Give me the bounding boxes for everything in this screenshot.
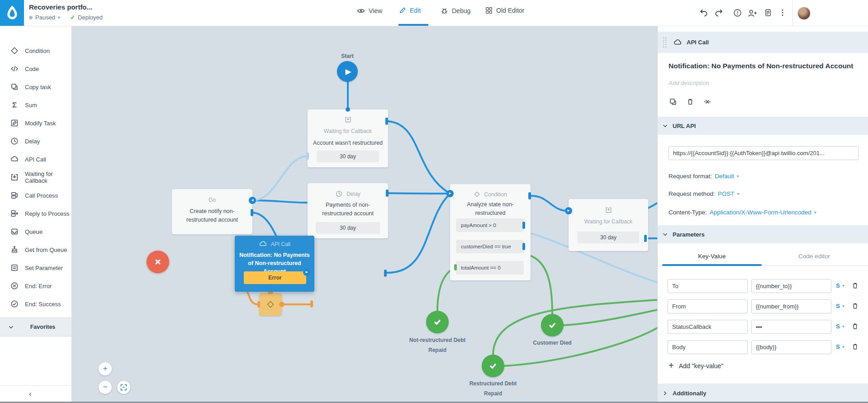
node-end-success-restructured[interactable] (482, 355, 504, 377)
timer-button[interactable]: 30 day (317, 151, 379, 162)
delete-param-icon[interactable] (851, 342, 859, 351)
node-delay[interactable]: Delay Payments of non-restructured accou… (308, 183, 388, 238)
param-type-select[interactable]: S (836, 282, 840, 289)
fit-screen-button[interactable] (117, 381, 130, 394)
param-value-input[interactable] (751, 299, 831, 313)
delete-param-icon[interactable] (851, 322, 859, 331)
port-out-right[interactable] (644, 235, 647, 242)
param-type-select[interactable]: S (836, 303, 840, 309)
param-value-input[interactable] (751, 340, 831, 354)
add-user-icon[interactable] (747, 8, 757, 18)
tab-old-editor[interactable]: Old Editor (485, 6, 524, 14)
favorites-section[interactable]: Favorites (0, 318, 71, 337)
tab-key-value[interactable]: Key-Value (662, 253, 762, 260)
port-out-right[interactable] (384, 270, 387, 277)
port-in-left[interactable] (257, 301, 260, 308)
port-rule3-out[interactable] (454, 264, 457, 270)
drag-handle-icon[interactable] (662, 36, 669, 49)
port-in-top[interactable] (346, 107, 350, 112)
sidebar-item-condition[interactable]: Condition (0, 43, 71, 58)
sidebar-item-code[interactable]: Code (0, 62, 71, 76)
port-out-right[interactable] (251, 209, 253, 216)
section-additionally[interactable]: Additionally (658, 384, 868, 403)
sidebar-item-get-from-queue[interactable]: Get from Queue (0, 242, 71, 257)
zoom-out-button[interactable]: − (99, 381, 112, 394)
port-junction[interactable]: ◄ (249, 197, 256, 204)
notes-icon[interactable] (764, 8, 773, 18)
condition-rule-3[interactable]: totalAmount == 0 (456, 261, 524, 275)
chevron-down-icon[interactable]: ▾ (842, 344, 844, 349)
sidebar-item-api-call[interactable]: API Call (0, 152, 71, 166)
zoom-in-button[interactable]: + (99, 362, 112, 375)
node-end-success-not-restructured[interactable] (426, 311, 449, 333)
chevron-down-icon[interactable]: ▾ (737, 174, 739, 179)
add-key-value-button[interactable]: + Add "key-value" (669, 360, 723, 371)
param-key-input[interactable] (668, 320, 748, 334)
section-parameters[interactable]: Parameters (658, 225, 868, 243)
port-out-right[interactable] (385, 118, 388, 125)
sidebar-item-delay[interactable]: Delay (0, 134, 71, 148)
param-key-input[interactable] (668, 279, 748, 293)
redo-icon[interactable] (714, 8, 724, 18)
url-api-input[interactable] (669, 146, 859, 160)
panel-node-title[interactable]: Notification: No Payments of Non-restruc… (669, 62, 863, 70)
description-placeholder[interactable]: Add description (669, 80, 709, 86)
request-method-select[interactable]: POST (718, 190, 735, 197)
condition-rule-1[interactable]: payAmount > 0 (456, 218, 524, 232)
port-in-left[interactable]: ► (303, 269, 310, 276)
delete-node-icon[interactable] (686, 97, 695, 106)
chevron-down-icon[interactable]: ▾ (842, 303, 844, 308)
node-waiting-for-callback-2[interactable]: Waiting for Callback 30 day (569, 199, 648, 251)
chevron-down-icon[interactable]: ▾ (842, 283, 844, 288)
sidebar-item-end-error[interactable]: End: Error (0, 279, 71, 293)
panel-header[interactable]: API Call (658, 32, 868, 53)
app-logo[interactable] (0, 0, 24, 26)
chevron-down-icon[interactable]: ▾ (58, 15, 60, 20)
section-url-api[interactable]: URL API (658, 117, 868, 135)
sidebar-item-call-process[interactable]: Call Process (0, 188, 71, 203)
request-format-select[interactable]: Default (715, 173, 734, 180)
param-type-select[interactable]: S (836, 343, 840, 350)
undo-icon[interactable] (699, 8, 709, 18)
port-rule2-out[interactable] (522, 243, 525, 250)
node-condition-mini[interactable] (259, 293, 282, 316)
sidebar-item-copy-task[interactable]: Copy task (0, 80, 71, 94)
delete-param-icon[interactable] (851, 281, 859, 290)
param-key-input[interactable] (668, 299, 748, 313)
delete-param-icon[interactable] (851, 302, 859, 310)
port-rule1-out[interactable] (522, 222, 525, 229)
sidebar-item-set-parameter[interactable]: Set Parameter (0, 261, 71, 275)
sidebar-item-queue[interactable]: Queue (0, 224, 71, 239)
kebab-icon[interactable] (778, 8, 788, 18)
param-value-input[interactable] (751, 320, 831, 334)
chevron-down-icon[interactable]: ▾ (814, 210, 816, 215)
cut-node-icon[interactable] (703, 97, 712, 106)
node-end-error[interactable] (147, 251, 169, 273)
port-in-left[interactable]: ► (446, 190, 454, 197)
sidebar-item-reply-process[interactable]: Reply to Process (0, 206, 71, 221)
node-go[interactable]: Go Create notify non-restructured accoun… (172, 189, 252, 234)
content-type-select[interactable]: Application/X-Www-Form-Urlencoded (710, 209, 811, 216)
sidebar-item-waiting-callback[interactable]: Waiting for Callback (0, 170, 71, 185)
param-type-select[interactable]: S (836, 323, 840, 330)
condition-rule-2[interactable]: customerDied == true (456, 240, 524, 253)
port-out-right[interactable] (279, 302, 285, 307)
tab-debug[interactable]: Debug (440, 6, 470, 15)
port-in-left[interactable] (306, 152, 309, 160)
avatar[interactable] (797, 7, 811, 20)
chevron-down-icon[interactable]: ▾ (842, 324, 844, 329)
copy-node-icon[interactable] (669, 97, 678, 106)
sidebar-item-modify-task[interactable]: Modify Task (0, 116, 71, 130)
status-label[interactable]: Paused (35, 14, 55, 21)
sidebar-item-sum[interactable]: Sum (0, 98, 71, 112)
error-branch-button[interactable]: Error (244, 271, 306, 284)
chevron-down-icon[interactable]: ▾ (737, 191, 740, 196)
timer-button[interactable]: 30 day (578, 232, 639, 243)
param-key-input[interactable] (668, 340, 748, 354)
node-end-success-customer-died[interactable] (541, 314, 564, 337)
param-value-input[interactable] (751, 279, 831, 293)
port-out-topright[interactable] (528, 192, 531, 199)
timer-button[interactable]: 30 day (316, 222, 380, 234)
port-error-in[interactable] (310, 300, 313, 308)
collapse-sidebar-arrow[interactable]: ‹ (29, 390, 31, 398)
